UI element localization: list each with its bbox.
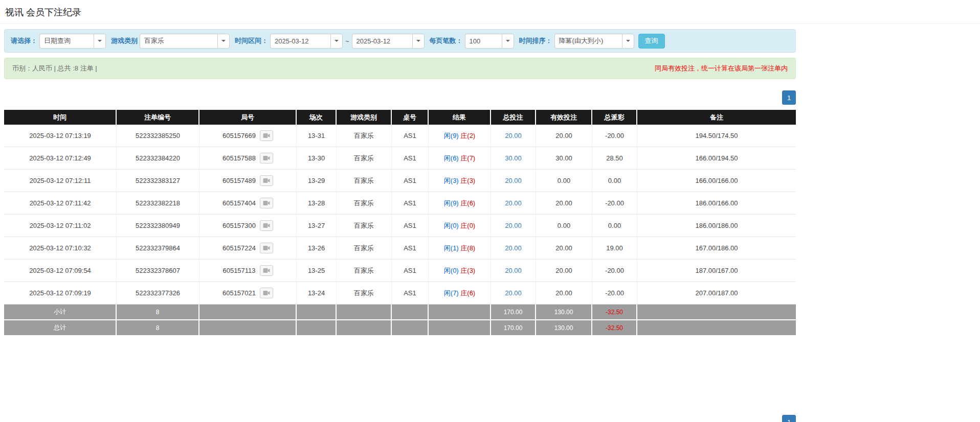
cell-total-bet: 20.00 — [491, 282, 536, 304]
table-row: 2025-03-12 07:09:54522332378607605157113… — [4, 260, 796, 282]
date-to-combo — [352, 34, 425, 49]
cell-payout: -20.00 — [592, 282, 637, 304]
cell-remark: 166.00/194.50 — [637, 147, 796, 170]
cell-total-bet: 30.00 — [491, 147, 536, 170]
date-to-input[interactable] — [352, 34, 412, 49]
cell-bet-id: 522332384220 — [117, 147, 199, 170]
cell-result: 闲(7) 庄(6) — [429, 282, 491, 304]
cell-remark: 207.00/187.00 — [637, 282, 796, 304]
cell-time: 2025-03-12 07:09:19 — [4, 282, 117, 304]
cell-payout: -20.00 — [592, 192, 637, 215]
cell-table-no: AS1 — [392, 147, 429, 170]
footer-label: 小计 — [4, 304, 117, 320]
cell-table-no: AS1 — [392, 260, 429, 282]
round-number: 605157489 — [222, 177, 256, 184]
cell-payout: 0.00 — [592, 170, 637, 192]
cell-total-bet: 20.00 — [491, 237, 536, 260]
result-banker: 庄(6) — [460, 289, 475, 297]
cell-game-type: 百家乐 — [337, 192, 392, 215]
cell-payout: 19.00 — [592, 237, 637, 260]
cell-game-type: 百家乐 — [337, 215, 392, 237]
sort-dropdown-button[interactable] — [622, 34, 634, 49]
game-type-combo — [140, 34, 230, 49]
result-banker: 庄(8) — [460, 244, 475, 252]
video-icon[interactable] — [260, 265, 273, 276]
cell-session: 13-31 — [297, 125, 337, 147]
date-from-dropdown-button[interactable] — [330, 34, 343, 49]
per-page-input[interactable] — [465, 34, 502, 49]
cell-time: 2025-03-12 07:13:19 — [4, 125, 117, 147]
cell-session: 13-26 — [297, 237, 337, 260]
cell-game-type: 百家乐 — [337, 260, 392, 282]
cell-round: 605157300 — [199, 215, 297, 237]
query-type-combo — [39, 34, 106, 49]
table-row: 2025-03-12 07:11:02522332380949605157300… — [4, 215, 796, 237]
cell-round: 605157224 — [199, 237, 297, 260]
sort-input[interactable] — [554, 34, 622, 49]
footer-empty-cell — [637, 304, 796, 320]
video-icon[interactable] — [260, 220, 273, 231]
footer-valid-bet: 130.00 — [536, 320, 592, 336]
column-header-2: 注单编号 — [117, 110, 199, 125]
total-bet-link[interactable]: 20.00 — [505, 177, 522, 184]
cell-game-type: 百家乐 — [337, 125, 392, 147]
date-to-dropdown-button[interactable] — [412, 34, 425, 49]
footer-empty-cell — [199, 304, 297, 320]
result-player: 闲(1) — [444, 244, 459, 252]
cell-game-type: 百家乐 — [337, 147, 392, 170]
query-type-input[interactable] — [39, 34, 94, 49]
cell-remark: 167.00/186.00 — [637, 237, 796, 260]
sort-combo — [554, 34, 634, 49]
total-bet-link[interactable]: 20.00 — [505, 132, 522, 139]
footer-empty-cell — [429, 304, 491, 320]
result-player: 闲(3) — [444, 177, 459, 184]
cell-total-bet: 20.00 — [491, 125, 536, 147]
video-icon[interactable] — [260, 175, 273, 186]
summary-info: 币别：人民币 | 总共 :8 注单 | — [12, 64, 97, 73]
game-type-input[interactable] — [140, 34, 217, 49]
cell-round: 605157669 — [199, 125, 297, 147]
video-icon[interactable] — [260, 243, 273, 253]
total-bet-link[interactable]: 30.00 — [505, 154, 522, 162]
pagination-bottom: 1 — [4, 415, 796, 422]
round-number: 605157021 — [222, 289, 256, 297]
total-bet-link[interactable]: 20.00 — [505, 267, 522, 274]
video-icon[interactable] — [260, 288, 273, 298]
cell-remark: 186.00/186.00 — [637, 215, 796, 237]
cell-time: 2025-03-12 07:12:49 — [4, 147, 117, 170]
search-button[interactable]: 查询 — [638, 34, 665, 49]
cell-result: 闲(3) 庄(3) — [429, 170, 491, 192]
result-banker: 庄(3) — [460, 267, 475, 274]
cell-valid-bet: 20.00 — [536, 237, 592, 260]
date-from-input[interactable] — [270, 34, 330, 49]
total-bet-link[interactable]: 20.00 — [505, 289, 522, 297]
cell-round: 605157489 — [199, 170, 297, 192]
cell-bet-id: 522332379864 — [117, 237, 199, 260]
per-page-dropdown-button[interactable] — [502, 34, 514, 49]
page-button-1[interactable]: 1 — [782, 90, 796, 105]
result-banker: 庄(2) — [460, 132, 475, 139]
game-type-label: 游戏类别 — [111, 36, 138, 45]
video-icon[interactable] — [260, 153, 273, 163]
cell-payout: 28.50 — [592, 147, 637, 170]
cell-total-bet: 20.00 — [491, 215, 536, 237]
total-bet-link[interactable]: 20.00 — [505, 199, 522, 207]
page-button-1-bottom[interactable]: 1 — [782, 415, 796, 422]
game-type-dropdown-button[interactable] — [217, 34, 230, 49]
cell-session: 13-28 — [297, 192, 337, 215]
cell-valid-bet: 20.00 — [536, 260, 592, 282]
cell-result: 闲(9) 庄(6) — [429, 192, 491, 215]
video-icon[interactable] — [260, 198, 273, 208]
video-icon[interactable] — [260, 130, 273, 141]
total-bet-link[interactable]: 20.00 — [505, 222, 522, 229]
pagination-top: 1 — [4, 90, 796, 105]
cell-valid-bet: 20.00 — [536, 282, 592, 304]
cell-valid-bet: 20.00 — [536, 125, 592, 147]
table-row: 2025-03-12 07:13:19522332385250605157669… — [4, 125, 796, 147]
total-bet-link[interactable]: 20.00 — [505, 244, 522, 252]
column-header-4: 场次 — [297, 110, 337, 125]
cell-result: 闲(0) 庄(3) — [429, 260, 491, 282]
query-type-label: 请选择： — [11, 36, 37, 45]
query-type-dropdown-button[interactable] — [94, 34, 106, 49]
date-from-combo — [270, 34, 343, 49]
